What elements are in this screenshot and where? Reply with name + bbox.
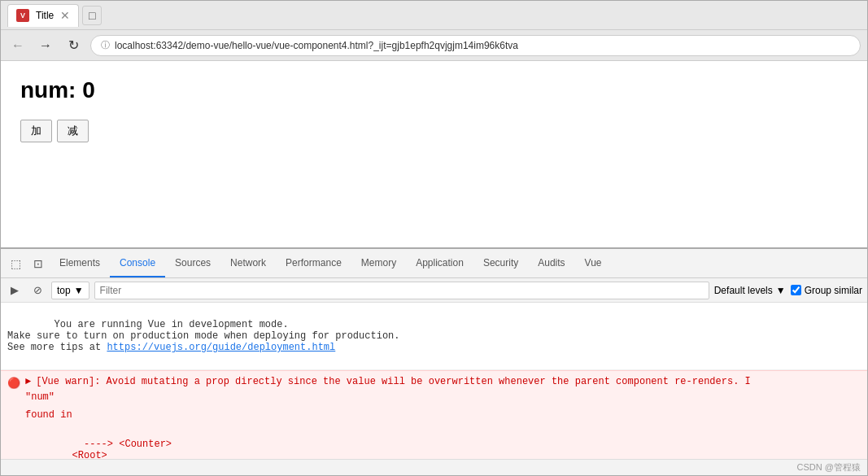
filter-input[interactable] xyxy=(94,282,709,299)
error-prop-name: "num" xyxy=(25,391,55,403)
device-toolbar-button[interactable]: ⊡ xyxy=(27,249,50,277)
context-selector[interactable]: top ▼ xyxy=(51,282,89,299)
devtools-panel: ⬚ ⊡ Elements Console Sources Network Per… xyxy=(1,247,867,475)
group-similar-label: Group similar xyxy=(805,285,862,296)
tab-console[interactable]: Console xyxy=(110,249,165,277)
chevron-down-icon: ▼ xyxy=(74,285,84,296)
watermark-text: CSDN @管程猿 xyxy=(797,462,861,472)
tab-memory[interactable]: Memory xyxy=(351,249,406,277)
title-bar: V Title ✕ □ xyxy=(1,1,867,30)
tab-network[interactable]: Network xyxy=(220,249,276,277)
button-group: 加 减 xyxy=(20,120,848,142)
error-main-line: 🔴 ► [Vue warn]: Avoid mutating a prop di… xyxy=(7,376,861,390)
tab-title: Title xyxy=(36,10,54,21)
tab-performance[interactable]: Performance xyxy=(276,249,351,277)
new-tab-button[interactable]: □ xyxy=(82,6,102,25)
tab-vue[interactable]: Vue xyxy=(575,249,612,277)
back-button[interactable]: ← xyxy=(7,35,28,56)
console-error-message: 🔴 ► [Vue warn]: Avoid mutating a prop di… xyxy=(1,370,867,459)
deployment-link[interactable]: https://vuejs.org/guide/deployment.html xyxy=(107,342,335,353)
forward-button[interactable]: → xyxy=(35,35,56,56)
tab-security[interactable]: Security xyxy=(473,249,528,277)
browser-window: V Title ✕ □ ← → ↻ ⓘ localhost:63342/demo… xyxy=(0,0,868,476)
error-found-in: found in xyxy=(7,409,861,421)
watermark: CSDN @管程猿 xyxy=(1,459,867,475)
error-icon: 🔴 xyxy=(7,377,20,390)
found-in-text: found in xyxy=(25,409,72,421)
levels-selector[interactable]: Default levels ▼ xyxy=(714,285,786,296)
url-text: localhost:63342/demo-vue/hello-vue/vue-c… xyxy=(115,40,518,51)
num-display: num: 0 xyxy=(20,77,848,103)
context-label: top xyxy=(57,285,71,296)
error-component-chain: ----> <Counter> <Root> xyxy=(7,427,861,459)
tab-sources[interactable]: Sources xyxy=(165,249,220,277)
address-bar: ← → ↻ ⓘ localhost:63342/demo-vue/hello-v… xyxy=(1,30,867,61)
tab-application[interactable]: Application xyxy=(406,249,473,277)
address-input[interactable]: ⓘ localhost:63342/demo-vue/hello-vue/vue… xyxy=(90,35,861,56)
error-main-text: [Vue warn]: Avoid mutating a prop direct… xyxy=(36,376,751,387)
group-similar-control[interactable]: Group similar xyxy=(791,285,862,296)
console-bar: ▶ ⊘ top ▼ Default levels ▼ Group similar xyxy=(1,278,867,303)
browser-tab[interactable]: V Title ✕ xyxy=(7,4,79,27)
console-output: You are running Vue in development mode.… xyxy=(1,303,867,459)
group-similar-checkbox[interactable] xyxy=(791,285,801,295)
tab-area: V Title ✕ □ xyxy=(7,4,861,27)
inspect-element-button[interactable]: ⬚ xyxy=(4,249,27,277)
devtools-tabs: ⬚ ⊡ Elements Console Sources Network Per… xyxy=(1,249,867,278)
tab-close-button[interactable]: ✕ xyxy=(60,10,70,21)
subtract-button[interactable]: 减 xyxy=(57,120,89,142)
expand-arrow-icon[interactable]: ► xyxy=(25,376,31,387)
clear-console-button[interactable]: ⊘ xyxy=(28,282,46,299)
error-prop-line: "num" xyxy=(7,391,861,403)
component-chain-text: ----> <Counter> <Root> xyxy=(25,439,172,459)
reload-button[interactable]: ↻ xyxy=(63,35,84,56)
page-content: num: 0 加 减 xyxy=(1,61,867,247)
tab-elements[interactable]: Elements xyxy=(50,249,110,277)
add-button[interactable]: 加 xyxy=(20,120,52,142)
levels-chevron-icon: ▼ xyxy=(776,285,786,296)
levels-label: Default levels xyxy=(714,285,773,296)
tab-favicon: V xyxy=(16,9,29,22)
run-snippet-button[interactable]: ▶ xyxy=(6,282,24,299)
tab-audits[interactable]: Audits xyxy=(528,249,574,277)
lock-icon: ⓘ xyxy=(101,39,110,51)
console-info-message: You are running Vue in development mode.… xyxy=(1,303,867,370)
